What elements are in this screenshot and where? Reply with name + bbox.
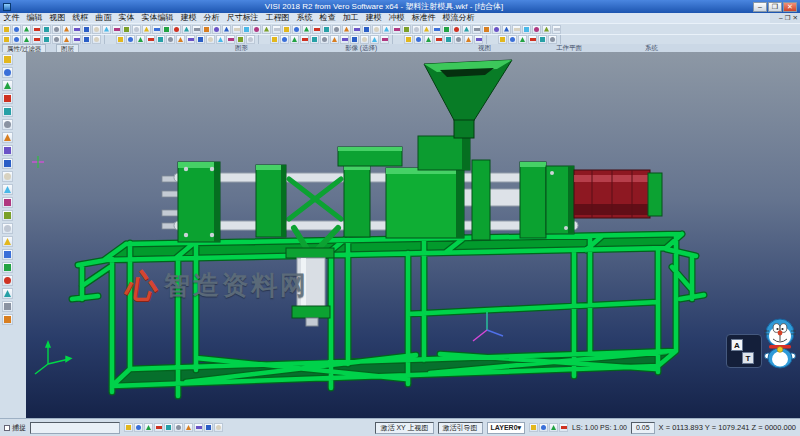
toolbar-icon[interactable] [2, 314, 13, 325]
toolbar-icon[interactable] [310, 35, 319, 44]
toolbar-icon[interactable] [462, 25, 471, 34]
menu-item-9[interactable]: 尺寸标注 [223, 13, 262, 23]
machine-3d-model[interactable] [26, 52, 800, 418]
toolbar-icon[interactable] [2, 288, 13, 299]
toolbar-icon[interactable] [528, 35, 537, 44]
toolbar-icon[interactable] [320, 35, 329, 44]
toolbar-icon[interactable] [82, 35, 91, 44]
snap-checkbox[interactable]: 捕捉 [4, 423, 26, 433]
mdi-close-button[interactable]: ✕ [793, 13, 798, 23]
tab-layers[interactable]: 图层 [56, 44, 79, 52]
menu-item-12[interactable]: 检查 [316, 13, 339, 23]
toolbar-icon[interactable] [62, 25, 71, 34]
menu-item-4[interactable]: 曲面 [92, 13, 115, 23]
toolbar-icon[interactable] [2, 301, 13, 312]
close-button[interactable]: ✕ [783, 2, 797, 12]
toolbar-icon[interactable] [482, 25, 491, 34]
toolbar-icon[interactable] [552, 25, 561, 34]
menu-item-17[interactable]: 模流分析 [439, 13, 478, 23]
toolbar-icon[interactable] [112, 25, 121, 34]
toolbar-icon[interactable] [194, 423, 203, 432]
toolbar-icon[interactable] [182, 25, 191, 34]
toolbar-icon[interactable] [508, 35, 517, 44]
toolbar-icon[interactable] [372, 25, 381, 34]
toolbar-icon[interactable] [236, 35, 245, 44]
menu-item-16[interactable]: 标准件 [408, 13, 439, 23]
toolbar-icon[interactable] [2, 275, 13, 286]
view-cube[interactable]: A T [726, 334, 762, 368]
toolbar-icon[interactable] [82, 25, 91, 34]
menu-item-7[interactable]: 建模 [177, 13, 200, 23]
toolbar-icon[interactable] [92, 25, 101, 34]
menu-item-15[interactable]: 冲模 [385, 13, 408, 23]
toolbar-icon[interactable] [102, 25, 111, 34]
toolbar-icon[interactable] [72, 35, 81, 44]
toolbar-icon[interactable] [549, 423, 558, 432]
toolbar-icon[interactable] [2, 223, 13, 234]
toolbar-icon[interactable] [226, 35, 235, 44]
toolbar-icon[interactable] [424, 35, 433, 44]
toolbar-icon[interactable] [444, 35, 453, 44]
menu-item-8[interactable]: 分析 [200, 13, 223, 23]
toolbar-icon[interactable] [2, 145, 13, 156]
toolbar-icon[interactable] [474, 35, 483, 44]
toolbar-icon[interactable] [492, 25, 501, 34]
toolbar-icon[interactable] [330, 35, 339, 44]
toolbar-icon[interactable] [206, 35, 215, 44]
toolbar-icon[interactable] [72, 25, 81, 34]
toolbar-icon[interactable] [350, 35, 359, 44]
toolbar-icon[interactable] [184, 423, 193, 432]
toolbar-icon[interactable] [52, 35, 61, 44]
layer-selector[interactable]: LAYER0▾ [487, 422, 526, 434]
toolbar-icon[interactable] [539, 423, 548, 432]
toolbar-icon[interactable] [402, 25, 411, 34]
toolbar-icon[interactable] [502, 25, 511, 34]
toolbar-icon[interactable] [172, 25, 181, 34]
toolbar-icon[interactable] [162, 25, 171, 34]
view-cube-face-t[interactable]: T [742, 352, 754, 364]
toolbar-icon[interactable] [382, 25, 391, 34]
toolbar-icon[interactable] [380, 35, 389, 44]
toolbar-icon[interactable] [122, 25, 131, 34]
toolbar-icon[interactable] [548, 35, 557, 44]
menu-item-10[interactable]: 工程图 [262, 13, 293, 23]
toolbar-icon[interactable] [142, 25, 151, 34]
toolbar-icon[interactable] [2, 249, 13, 260]
toolbar-icon[interactable] [454, 35, 463, 44]
toolbar-icon[interactable] [134, 423, 143, 432]
minimize-button[interactable]: – [753, 2, 767, 12]
toolbar-icon[interactable] [362, 25, 371, 34]
menu-item-2[interactable]: 视图 [46, 13, 69, 23]
toolbar-icon[interactable] [532, 25, 541, 34]
toolbar-icon[interactable] [2, 54, 13, 65]
toolbar-icon[interactable] [434, 35, 443, 44]
toolbar-icon[interactable] [332, 25, 341, 34]
toolbar-icon[interactable] [2, 158, 13, 169]
toolbar-icon[interactable] [202, 25, 211, 34]
active-plane-field[interactable]: 激活引导图 [438, 422, 483, 434]
toolbar-icon[interactable] [132, 25, 141, 34]
toolbar-icon[interactable] [152, 25, 161, 34]
toolbar-icon[interactable] [232, 25, 241, 34]
toolbar-icon[interactable] [442, 25, 451, 34]
toolbar-icon[interactable] [214, 423, 223, 432]
toolbar-icon[interactable] [312, 25, 321, 34]
toolbar-icon[interactable] [290, 35, 299, 44]
toolbar-icon[interactable] [292, 25, 301, 34]
toolbar-icon[interactable] [2, 210, 13, 221]
toolbar-icon[interactable] [270, 35, 279, 44]
toolbar-icon[interactable] [352, 25, 361, 34]
menu-item-6[interactable]: 实体编辑 [138, 13, 177, 23]
toolbar-icon[interactable] [262, 25, 271, 34]
toolbar-icon[interactable] [512, 25, 521, 34]
toolbar-icon[interactable] [166, 35, 175, 44]
toolbar-icon[interactable] [280, 35, 289, 44]
toolbar-icon[interactable] [146, 35, 155, 44]
toolbar-icon[interactable] [22, 25, 31, 34]
active-view-field[interactable]: 激活 XY 上视图 [375, 422, 433, 434]
toolbar-icon[interactable] [452, 25, 461, 34]
toolbar-icon[interactable] [144, 423, 153, 432]
toolbar-icon[interactable] [2, 184, 13, 195]
viewport[interactable]: 心 智造资料网 A T [26, 52, 800, 418]
toolbar-icon[interactable] [22, 35, 31, 44]
